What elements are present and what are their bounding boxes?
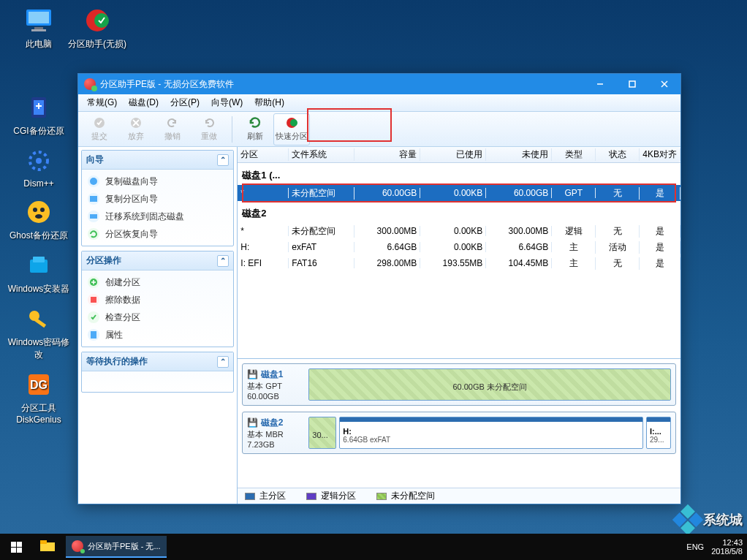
panel-header[interactable]: 分区操作 ⌃ <box>82 251 233 270</box>
panel-header[interactable]: 向导 ⌃ <box>82 151 233 170</box>
wizard-copy-partition[interactable]: 复制分区向导 <box>83 190 232 208</box>
desktop-icon-partition-assistant[interactable]: 分区助手(无损) <box>64 6 130 50</box>
menu-help[interactable]: 帮助(H) <box>249 95 290 110</box>
col-filesystem[interactable]: 文件系统 <box>289 148 354 161</box>
disk-info: 💾 磁盘2 基本 MBR 7.23GB <box>247 417 304 449</box>
menu-wizard[interactable]: 向导(W) <box>205 95 249 110</box>
legend-unalloc: 未分配空间 <box>376 490 435 502</box>
right-pane: 分区 文件系统 容量 已使用 未使用 类型 状态 4KB对齐 磁盘1 (... … <box>237 147 680 504</box>
svg-point-9 <box>33 208 37 212</box>
disk-label[interactable]: 磁盘2 <box>238 201 680 223</box>
partition-grid: 磁盘1 (... * 未分配空间 60.00GB 0.00KB 60.00GB … <box>238 163 680 359</box>
close-button[interactable] <box>648 74 680 94</box>
collapse-icon[interactable]: ⌃ <box>217 356 229 368</box>
start-button[interactable] <box>0 534 32 560</box>
svg-point-11 <box>35 214 42 219</box>
taskbar-task[interactable]: 分区助手PE版 - 无... <box>66 536 167 558</box>
panel-wizard: 向导 ⌃ 复制磁盘向导 复制分区向导 迁移系统到固态磁盘 分区恢复向导 <box>81 150 234 246</box>
desktop-icon-dism[interactable]: Dism++ <box>6 146 72 189</box>
collapse-icon[interactable]: ⌃ <box>217 154 229 166</box>
op-properties[interactable]: 属性 <box>83 326 232 344</box>
content: 向导 ⌃ 复制磁盘向导 复制分区向导 迁移系统到固态磁盘 分区恢复向导 分区操作… <box>78 147 680 504</box>
desktop-icon-ghost[interactable]: Ghost备份还原 <box>6 197 72 242</box>
op-create-partition[interactable]: 创建分区 <box>83 273 232 291</box>
col-partition[interactable]: 分区 <box>238 148 289 161</box>
table-header: 分区 文件系统 容量 已使用 未使用 类型 状态 4KB对齐 <box>238 147 680 163</box>
app-icon <box>84 78 96 90</box>
op-wipe-data[interactable]: 擦除数据 <box>83 291 232 309</box>
svg-rect-34 <box>91 297 96 303</box>
tray-clock[interactable]: 12:43 2018/5/8 <box>711 538 743 556</box>
table-row[interactable]: I: EFI FAT16 298.00MB 193.55MB 104.45MB … <box>238 255 680 271</box>
desktop-icon-cgi-backup[interactable]: CGI备份还原 <box>6 93 72 137</box>
panel-partition-ops: 分区操作 ⌃ 创建分区 擦除数据 检查分区 属性 <box>81 251 234 347</box>
desktop-icon-win-installer[interactable]: Windows安装器 <box>6 251 72 295</box>
desktop-icons: 此电脑 CGI备份还原 Dism++ Ghost备份还原 Windows安装器 … <box>6 6 72 434</box>
tb-discard[interactable]: 放弃 <box>118 113 154 145</box>
taskbar-file-explorer[interactable] <box>34 536 61 558</box>
tb-refresh[interactable]: 刷新 <box>237 113 273 145</box>
icon-label: Dism++ <box>6 178 72 189</box>
wizard-migrate-ssd[interactable]: 迁移系统到固态磁盘 <box>83 208 232 225</box>
app-window: 分区助手PE版 - 无损分区免费软件 常规(G) 磁盘(D) 分区(P) 向导(… <box>77 73 681 504</box>
col-unused[interactable]: 未使用 <box>486 148 552 161</box>
collapse-icon[interactable]: ⌃ <box>217 255 229 267</box>
desktop-icon-win-password[interactable]: Windows密码修改 <box>6 304 72 361</box>
col-status[interactable]: 状态 <box>596 148 640 161</box>
tb-redo[interactable]: 重做 <box>191 113 227 145</box>
svg-point-10 <box>40 208 45 212</box>
col-type[interactable]: 类型 <box>552 148 596 161</box>
icon-label: 分区助手(无损) <box>64 38 130 50</box>
desktop-icon-this-pc[interactable]: 此电脑 <box>6 6 72 50</box>
table-row[interactable]: * 未分配空间 60.00GB 0.00KB 60.00GB GPT 无 是 <box>238 185 680 201</box>
volume-unallocated[interactable]: 30... <box>308 417 336 449</box>
sidebar: 向导 ⌃ 复制磁盘向导 复制分区向导 迁移系统到固态磁盘 分区恢复向导 分区操作… <box>78 147 237 504</box>
icon-label: 分区工具DiskGenius <box>6 402 72 425</box>
minimize-button[interactable] <box>584 74 616 94</box>
svg-point-8 <box>28 201 50 223</box>
menu-partition[interactable]: 分区(P) <box>164 95 205 110</box>
svg-rect-1 <box>29 12 49 23</box>
svg-rect-15 <box>34 318 46 328</box>
disk-map-area: 💾 磁盘1 基本 GPT 60.00GB 60.00GB 未分配空间 💾 磁盘2 <box>238 359 680 488</box>
tray-lang[interactable]: ENG <box>686 542 704 551</box>
svg-rect-35 <box>91 331 96 338</box>
toolbar: 提交 放弃 撤销 重做 刷新 快速分区 <box>78 112 680 147</box>
svg-point-29 <box>290 119 297 126</box>
volume-h[interactable]: H: 6.64GB exFAT <box>339 417 643 449</box>
maximize-button[interactable] <box>616 74 648 94</box>
titlebar[interactable]: 分区助手PE版 - 无损分区免费软件 <box>78 74 680 94</box>
op-check-partition[interactable]: 检查分区 <box>83 309 232 326</box>
menu-disk[interactable]: 磁盘(D) <box>123 95 164 110</box>
window-title: 分区助手PE版 - 无损分区免费软件 <box>100 78 234 91</box>
svg-rect-21 <box>629 81 635 87</box>
menu-general[interactable]: 常规(G) <box>81 95 123 110</box>
col-used[interactable]: 已使用 <box>420 148 486 161</box>
wizard-copy-disk[interactable]: 复制磁盘向导 <box>83 173 232 190</box>
volume-i[interactable]: I:... 29... <box>646 417 671 449</box>
panel-pending: 等待执行的操作 ⌃ <box>81 352 234 393</box>
table-row[interactable]: * 未分配空间 300.00MB 0.00KB 300.00MB 逻辑 无 是 <box>238 223 680 239</box>
legend-primary: 主分区 <box>245 490 286 502</box>
disk-label[interactable]: 磁盘1 (... <box>238 163 680 185</box>
wizard-recover-partition[interactable]: 分区恢复向导 <box>83 225 232 243</box>
disk-block-2[interactable]: 💾 磁盘2 基本 MBR 7.23GB 30... H: 6.64GB exFA… <box>242 412 676 454</box>
volume-unallocated[interactable]: 60.00GB 未分配空间 <box>308 368 671 401</box>
icon-label: CGI备份还原 <box>6 125 72 137</box>
table-row[interactable]: H: exFAT 6.64GB 0.00KB 6.64GB 主 活动 是 <box>238 239 680 255</box>
col-capacity[interactable]: 容量 <box>354 148 420 161</box>
tb-quick-partition[interactable]: 快速分区 <box>273 113 310 145</box>
icon-label: Ghost备份还原 <box>6 230 72 242</box>
tb-undo[interactable]: 撤销 <box>154 113 191 145</box>
taskbar: 分区助手PE版 - 无... ENG 12:43 2018/5/8 <box>0 534 747 560</box>
panel-header[interactable]: 等待执行的操作 ⌃ <box>82 352 233 371</box>
tb-commit[interactable]: 提交 <box>81 113 118 145</box>
svg-rect-3 <box>31 29 46 31</box>
col-align[interactable]: 4KB对齐 <box>640 148 680 161</box>
svg-rect-32 <box>90 214 97 219</box>
legend: 主分区 逻辑分区 未分配空间 <box>238 488 680 504</box>
legend-logical: 逻辑分区 <box>306 490 356 502</box>
desktop-icon-diskgenius[interactable]: DG 分区工具DiskGenius <box>6 370 72 425</box>
svg-point-30 <box>90 178 97 185</box>
disk-block-1[interactable]: 💾 磁盘1 基本 GPT 60.00GB 60.00GB 未分配空间 <box>242 363 676 406</box>
